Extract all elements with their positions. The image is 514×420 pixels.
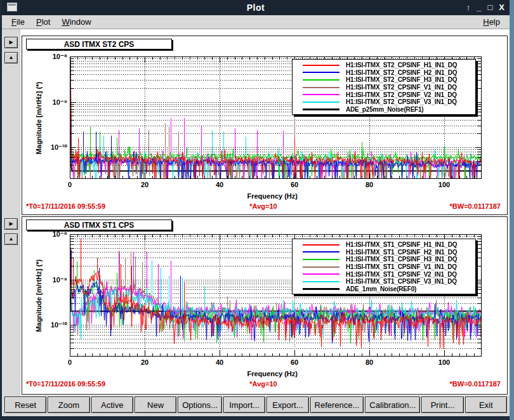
bottom-toolbar: ResetZoomActiveNewOptions...Import...Exp… bbox=[2, 395, 510, 416]
legend-entry: H1:ISI-ITMX_ST2_CPSINF_H1_IN1_DQ bbox=[293, 62, 475, 69]
plot-title-text: ASD ITMX ST2 CPS bbox=[64, 40, 135, 49]
legend-st1: H1:ISI-ITMX_ST1_CPSINF_H1_IN1_DQH1:ISI-I… bbox=[292, 239, 476, 294]
legend-entry: H1:ISI-ITMX_ST2_CPSINF_H2_IN1_DQ bbox=[293, 69, 475, 77]
legend-entry: H1:ISI-ITMX_ST1_CPSINF_H3_IN1_DQ bbox=[293, 256, 475, 263]
options-button[interactable]: Options... bbox=[178, 397, 222, 413]
legend-label: H1:ISI-ITMX_ST2_CPSINF_V2_IN1_DQ bbox=[346, 91, 457, 98]
calibration-button[interactable]: Calibration... bbox=[365, 397, 420, 413]
shade-icon[interactable]: ↑ bbox=[466, 0, 471, 15]
legend-label: H1:ISI-ITMX_ST1_CPSINF_V2_IN1_DQ bbox=[346, 271, 457, 278]
plot-window: Plot ↑_□X FilePlotWindowHelp ▶ ▲ ▶ ▲ ASD… bbox=[0, 0, 514, 420]
reference-button[interactable]: Reference... bbox=[310, 397, 364, 413]
panel1-expand-button[interactable]: ▶ bbox=[4, 37, 18, 48]
x-tick-label: 20 bbox=[134, 358, 155, 366]
legend-line-sample bbox=[303, 108, 339, 110]
panel2-expand-button[interactable]: ▶ bbox=[4, 218, 18, 230]
legend-entry: H1:ISI-ITMX_ST2_CPSINF_V3_IN1_DQ bbox=[293, 98, 475, 106]
avg-text: *Avg=10 bbox=[184, 380, 342, 388]
legend-line-sample bbox=[303, 281, 339, 282]
app-icon bbox=[7, 3, 17, 11]
t0-text: *T0=17/11/2016 09:55:59 bbox=[26, 202, 184, 210]
menu-file[interactable]: File bbox=[6, 16, 30, 28]
close-icon[interactable]: X bbox=[499, 0, 504, 15]
x-tick-label: 20 bbox=[134, 181, 155, 188]
legend-line-sample bbox=[303, 72, 339, 73]
legend-line-sample bbox=[303, 244, 339, 246]
legend-label: ADE_1mm_Noise(REF0) bbox=[346, 285, 416, 292]
x-tick-label: 0 bbox=[59, 181, 81, 188]
y-tick-label: 10⁻⁸ bbox=[40, 53, 67, 61]
legend-label: H1:ISI-ITMX_ST1_CPSINF_H1_IN1_DQ bbox=[346, 241, 457, 248]
legend-line-sample bbox=[303, 94, 339, 95]
legend-line-sample bbox=[303, 79, 339, 81]
x-tick-label: 0 bbox=[59, 358, 81, 366]
exit-button[interactable]: Exit bbox=[465, 397, 507, 413]
export-button[interactable]: Export... bbox=[267, 397, 308, 413]
x-tick-label: 60 bbox=[284, 181, 305, 188]
plot-panel-st1: ASD ITMX ST1 CPS Magnitude [m/rtHz] (*) … bbox=[22, 216, 508, 395]
legend-label: H1:ISI-ITMX_ST2_CPSINF_H1_IN1_DQ bbox=[346, 62, 457, 69]
plot-panel-st2: ASD ITMX ST2 CPS Magnitude [m/rtHz] (*) … bbox=[22, 36, 508, 215]
legend-line-sample bbox=[303, 273, 339, 275]
legend-label: H1:ISI-ITMX_ST2_CPSINF_H3_IN1_DQ bbox=[346, 76, 457, 83]
legend-entry: H1:ISI-ITMX_ST1_CPSINF_V1_IN1_DQ bbox=[293, 263, 475, 271]
left-panel-strip bbox=[2, 29, 20, 395]
y-tick-label: 10⁻¹⁰ bbox=[40, 321, 67, 329]
legend-entry: H1:ISI-ITMX_ST1_CPSINF_V2_IN1_DQ bbox=[293, 270, 475, 278]
x-tick-label: 60 bbox=[284, 358, 305, 366]
legend-entry: H1:ISI-ITMX_ST2_CPSINF_V1_IN1_DQ bbox=[293, 84, 475, 91]
y-tick-label: 10⁻⁹ bbox=[40, 276, 67, 284]
legend-label: H1:ISI-ITMX_ST2_CPSINF_V3_IN1_DQ bbox=[346, 98, 457, 105]
menu-plot[interactable]: Plot bbox=[30, 16, 56, 28]
plot-title-text: ASD ITMX ST1 CPS bbox=[64, 221, 135, 230]
legend-entry: ADE_1mm_Noise(REF0) bbox=[293, 285, 475, 293]
menu-help[interactable]: Help bbox=[477, 16, 506, 28]
x-axis-label: Frequency (Hz) bbox=[247, 370, 298, 377]
legend-entry: H1:ISI-ITMX_ST1_CPSINF_V3_IN1_DQ bbox=[293, 278, 475, 285]
maximize-icon[interactable]: □ bbox=[487, 0, 492, 15]
legend-label: H1:ISI-ITMX_ST1_CPSINF_V3_IN1_DQ bbox=[346, 278, 457, 285]
measurement-info-row: *T0=17/11/2016 09:55:59 *Avg=10 *BW=0.01… bbox=[26, 380, 501, 388]
window-title: Plot bbox=[2, 3, 510, 13]
x-tick-label: 100 bbox=[433, 358, 455, 366]
window-controls: ↑_□X bbox=[466, 0, 504, 15]
legend-line-sample bbox=[303, 266, 339, 268]
x-tick-label: 80 bbox=[359, 181, 380, 188]
x-axis-label: Frequency (Hz) bbox=[247, 192, 298, 200]
minimize-icon[interactable]: _ bbox=[477, 0, 481, 15]
legend-entry: H1:ISI-ITMX_ST1_CPSINF_H2_IN1_DQ bbox=[293, 249, 475, 256]
new-button[interactable]: New bbox=[135, 397, 176, 413]
measurement-info-row: *T0=17/11/2016 09:55:59 *Avg=10 *BW=0.01… bbox=[26, 202, 501, 210]
zoom-button[interactable]: Zoom bbox=[48, 397, 89, 413]
reset-button[interactable]: Reset bbox=[4, 397, 46, 413]
legend-label: H1:ISI-ITMX_ST2_CPSINF_H2_IN1_DQ bbox=[346, 69, 457, 76]
legend-line-sample bbox=[303, 102, 339, 103]
import-button[interactable]: Import... bbox=[223, 397, 265, 413]
panel1-collapse-button[interactable]: ▲ bbox=[4, 52, 18, 63]
legend-label: H1:ISI-ITMX_ST1_CPSINF_H3_IN1_DQ bbox=[346, 256, 457, 263]
print-button[interactable]: Print... bbox=[421, 397, 463, 413]
y-tick-label: 10⁻⁹ bbox=[40, 98, 67, 107]
t0-text: *T0=17/11/2016 09:55:59 bbox=[26, 380, 184, 388]
menu-window[interactable]: Window bbox=[56, 16, 96, 28]
legend-entry: H1:ISI-ITMX_ST2_CPSINF_V2_IN1_DQ bbox=[293, 91, 475, 98]
legend-line-sample bbox=[303, 259, 339, 260]
legend-label: H1:ISI-ITMX_ST1_CPSINF_V1_IN1_DQ bbox=[346, 263, 457, 270]
x-tick-label: 40 bbox=[209, 358, 230, 366]
plot-area: ▶ ▲ ▶ ▲ ASD ITMX ST2 CPS Magnitude [m/rt… bbox=[2, 29, 510, 395]
legend-line-sample bbox=[303, 65, 339, 66]
legend-line-sample bbox=[303, 251, 339, 253]
x-tick-label: 80 bbox=[359, 358, 380, 366]
panel2-collapse-button[interactable]: ▲ bbox=[4, 233, 18, 245]
menu-bar: FilePlotWindowHelp bbox=[2, 15, 510, 29]
legend-line-sample bbox=[303, 87, 339, 88]
legend-entry: ADE_p25mm_Noise(REF1) bbox=[293, 106, 475, 114]
title-bar: Plot ↑_□X bbox=[2, 0, 510, 15]
legend-label: H1:ISI-ITMX_ST2_CPSINF_V1_IN1_DQ bbox=[346, 84, 457, 91]
legend-st2: H1:ISI-ITMX_ST2_CPSINF_H1_IN1_DQH1:ISI-I… bbox=[292, 59, 476, 115]
window-bottom-border bbox=[2, 416, 510, 420]
legend-label: ADE_p25mm_Noise(REF1) bbox=[346, 106, 424, 113]
active-button[interactable]: Active bbox=[91, 397, 133, 413]
plot-title-st1: ASD ITMX ST1 CPS bbox=[26, 220, 172, 230]
x-tick-label: 100 bbox=[433, 181, 455, 188]
